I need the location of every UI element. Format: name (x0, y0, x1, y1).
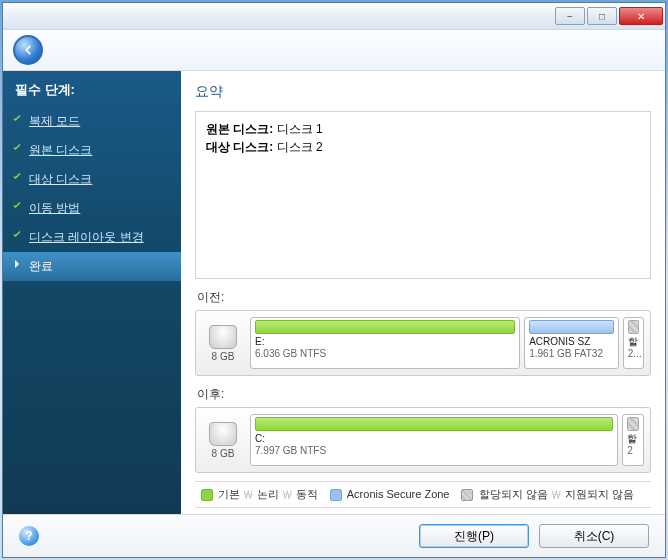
sidebar-step[interactable]: 대상 디스크 (3, 165, 181, 194)
after-label: 이후: (197, 386, 649, 403)
disk-size: 8 GB (212, 448, 235, 459)
titlebar: − □ ✕ (3, 3, 665, 30)
legend-unsupported: 지원되지 않음 (565, 488, 634, 500)
disk-icon: 8 GB (202, 414, 244, 466)
check-icon (11, 171, 23, 183)
partition[interactable]: C:7.997 GB NTFS (250, 414, 618, 466)
legend-primary: 기본 (218, 488, 240, 500)
partition[interactable]: 할2 (622, 414, 644, 466)
partition[interactable]: 할2... (623, 317, 644, 369)
legend-dynamic: 동적 (296, 488, 318, 500)
back-button[interactable] (13, 35, 43, 65)
after-disk-panel: 8 GB C:7.997 GB NTFS할2 (195, 407, 651, 473)
partition-label: 할 (627, 433, 639, 445)
legend-asz: Acronis Secure Zone (347, 488, 450, 500)
sidebar-step[interactable]: 완료 (3, 252, 181, 281)
partition-bar (529, 320, 614, 334)
sidebar-step-label: 대상 디스크 (29, 172, 92, 186)
sidebar-step-label: 원본 디스크 (29, 143, 92, 157)
body-area: 필수 단계: 복제 모드원본 디스크대상 디스크이동 방법디스크 레이아웃 변경… (3, 71, 665, 514)
cancel-button[interactable]: 취소(C) (539, 524, 649, 548)
sidebar-step-label: 완료 (29, 259, 53, 273)
before-disk-panel: 8 GB E:6.036 GB NTFSACRONIS SZ1.961 GB F… (195, 310, 651, 376)
disk-size: 8 GB (212, 351, 235, 362)
partition-sublabel: 1.961 GB FAT32 (529, 348, 614, 359)
partition-bar (255, 320, 515, 334)
check-icon (11, 200, 23, 212)
partition-bar (628, 320, 639, 334)
partition-bar (255, 417, 613, 431)
legend-unalloc-swatch (461, 489, 473, 501)
partition-sublabel: 2 (627, 445, 639, 456)
before-partitions: E:6.036 GB NTFSACRONIS SZ1.961 GB FAT32할… (250, 317, 644, 369)
disk-cylinder-icon (209, 325, 237, 349)
check-icon (11, 113, 23, 125)
partition-label: C: (255, 433, 613, 445)
page-title: 요약 (195, 83, 651, 101)
partition[interactable]: ACRONIS SZ1.961 GB FAT32 (524, 317, 619, 369)
arrow-left-icon (21, 43, 35, 57)
legend-unalloc: 할당되지 않음 (479, 488, 548, 500)
partition-label: ACRONIS SZ (529, 336, 614, 348)
close-button[interactable]: ✕ (619, 7, 663, 25)
src-disk-label: 원본 디스크: (206, 122, 273, 136)
sidebar-step[interactable]: 복제 모드 (3, 107, 181, 136)
sidebar-step[interactable]: 이동 방법 (3, 194, 181, 223)
dst-disk-value: 디스크 2 (277, 140, 323, 154)
legend-logical: 논리 (257, 488, 279, 500)
minimize-button[interactable]: − (555, 7, 585, 25)
disk-cylinder-icon (209, 422, 237, 446)
partition-sublabel: 7.997 GB NTFS (255, 445, 613, 456)
partition-sublabel: 2... (628, 348, 639, 359)
nav-row (3, 30, 665, 71)
check-icon (11, 142, 23, 154)
content: 요약 원본 디스크: 디스크 1 대상 디스크: 디스크 2 이전: 8 GB … (181, 71, 665, 514)
dst-disk-label: 대상 디스크: (206, 140, 273, 154)
disk-icon: 8 GB (202, 317, 244, 369)
arrow-right-icon (11, 258, 23, 270)
partition-bar (627, 417, 639, 431)
src-disk-value: 디스크 1 (277, 122, 323, 136)
sidebar-header: 필수 단계: (3, 71, 181, 107)
after-partitions: C:7.997 GB NTFS할2 (250, 414, 644, 466)
proceed-button[interactable]: 진행(P) (419, 524, 529, 548)
legend-primary-swatch (201, 489, 213, 501)
check-icon (11, 229, 23, 241)
footer: ? 진행(P) 취소(C) (3, 514, 665, 557)
summary-box: 원본 디스크: 디스크 1 대상 디스크: 디스크 2 (195, 111, 651, 279)
legend-asz-swatch (330, 489, 342, 501)
sidebar-step-label: 디스크 레이아웃 변경 (29, 230, 144, 244)
before-label: 이전: (197, 289, 649, 306)
sidebar-step[interactable]: 디스크 레이아웃 변경 (3, 223, 181, 252)
maximize-button[interactable]: □ (587, 7, 617, 25)
sidebar-step[interactable]: 원본 디스크 (3, 136, 181, 165)
legend: 기본 ₩ 논리 ₩ 동적 Acronis Secure Zone 할당되지 않음… (195, 481, 651, 508)
partition-label: E: (255, 336, 515, 348)
partition-label: 할 (628, 336, 639, 348)
wizard-window: − □ ✕ 필수 단계: 복제 모드원본 디스크대상 디스크이동 방법디스크 레… (2, 2, 666, 558)
sidebar-step-label: 이동 방법 (29, 201, 80, 215)
partition[interactable]: E:6.036 GB NTFS (250, 317, 520, 369)
partition-sublabel: 6.036 GB NTFS (255, 348, 515, 359)
sidebar: 필수 단계: 복제 모드원본 디스크대상 디스크이동 방법디스크 레이아웃 변경… (3, 71, 181, 514)
help-icon[interactable]: ? (19, 526, 39, 546)
sidebar-step-label: 복제 모드 (29, 114, 80, 128)
